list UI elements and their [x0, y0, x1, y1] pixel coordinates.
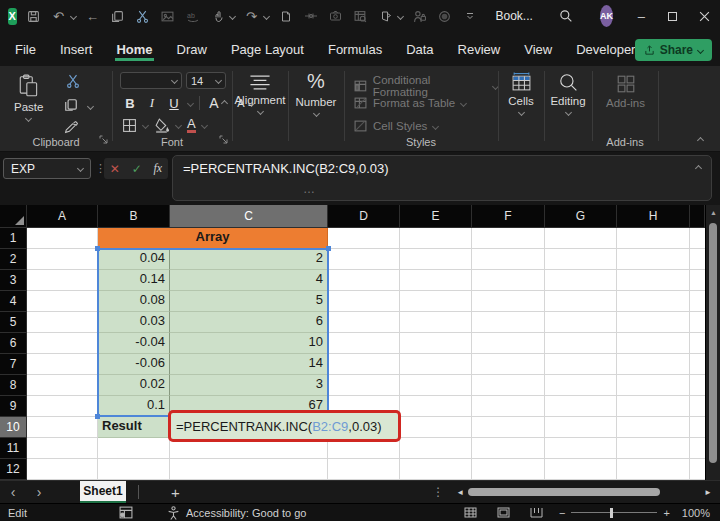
back-arrow-icon[interactable]: ← — [85, 8, 101, 24]
cell[interactable] — [472, 354, 545, 375]
zoom-slider[interactable] — [571, 512, 657, 513]
tab-draw[interactable]: Draw — [176, 34, 208, 65]
hscroll-right-icon[interactable]: ► — [704, 488, 712, 497]
add-sheet-button[interactable]: + — [171, 484, 180, 501]
cell[interactable] — [328, 291, 400, 312]
cell[interactable] — [27, 291, 98, 312]
vertical-scrollbar[interactable]: ▲ — [705, 205, 720, 480]
font-dialog-launcher-icon[interactable] — [219, 130, 228, 148]
hscroll-left-icon[interactable]: ◄ — [456, 488, 464, 497]
alignment-button[interactable]: Alignment — [232, 66, 288, 152]
cell[interactable] — [545, 291, 617, 312]
account-avatar[interactable]: AK — [600, 5, 613, 27]
column-header-e[interactable]: E — [400, 205, 472, 228]
cell[interactable] — [545, 438, 617, 459]
cell[interactable] — [27, 396, 98, 417]
sheet-tab-sheet1[interactable]: Sheet1 — [80, 481, 126, 504]
camera-icon[interactable] — [328, 8, 344, 24]
formula-input[interactable]: =PERCENTRANK.INC(B2:C9,0.03) … — [172, 155, 712, 201]
number-button[interactable]: % Number — [288, 66, 344, 152]
cell-c4[interactable]: 5 — [170, 291, 328, 312]
cell[interactable] — [27, 333, 98, 354]
underline-button[interactable]: U — [166, 96, 182, 111]
cell[interactable] — [400, 228, 472, 249]
italic-button[interactable]: I — [144, 95, 160, 111]
accessibility-icon[interactable] — [167, 506, 180, 520]
cell[interactable] — [472, 375, 545, 396]
format-as-table-button[interactable]: Format as Table — [354, 97, 466, 109]
fill-color-chevron-icon[interactable] — [175, 122, 182, 129]
cell-b8[interactable]: 0.02 — [98, 375, 170, 396]
column-header-c[interactable]: C — [170, 205, 328, 228]
row-header-9[interactable]: 9 — [0, 396, 27, 417]
row-header-4[interactable]: 4 — [0, 291, 27, 312]
column-header-d[interactable]: D — [328, 205, 400, 228]
cancel-icon[interactable]: ✕ — [110, 162, 120, 176]
cell-styles-button[interactable]: Cell Styles — [354, 120, 438, 132]
minimize-button[interactable]: – — [637, 7, 646, 25]
cell[interactable] — [328, 354, 400, 375]
accessibility-status[interactable]: Accessibility: Good to go — [186, 507, 306, 519]
editing-button[interactable]: Editing — [544, 66, 592, 152]
touch-mode-chevron-icon[interactable] — [230, 14, 235, 19]
cell[interactable] — [617, 396, 690, 417]
font-color-button[interactable]: A — [187, 118, 196, 133]
name-box[interactable]: EXP — [3, 158, 91, 179]
touch-mode-icon[interactable] — [210, 8, 226, 24]
close-button[interactable] — [699, 7, 710, 25]
cell[interactable] — [472, 438, 545, 459]
cell[interactable] — [472, 333, 545, 354]
font-size-select[interactable]: 14 — [186, 72, 226, 89]
cell[interactable] — [545, 270, 617, 291]
pin-icon[interactable] — [303, 8, 319, 24]
cell[interactable] — [617, 375, 690, 396]
row-header-5[interactable]: 5 — [0, 312, 27, 333]
undo-icon[interactable]: ↶ — [51, 8, 67, 24]
copy-button[interactable] — [64, 98, 78, 116]
cell[interactable] — [400, 270, 472, 291]
tab-data[interactable]: Data — [405, 34, 434, 65]
cell[interactable] — [27, 417, 98, 438]
insert-function-icon[interactable]: fx — [153, 161, 162, 176]
cell[interactable] — [400, 354, 472, 375]
ribbon-collapse-chevron-icon[interactable] — [697, 137, 704, 144]
tab-file[interactable]: File — [14, 34, 37, 65]
cell-b10-result[interactable]: Result — [98, 417, 170, 438]
cell[interactable] — [328, 312, 400, 333]
clipboard-dialog-launcher-icon[interactable] — [99, 130, 108, 148]
row-header-12[interactable]: 12 — [0, 459, 27, 480]
cell-b7[interactable]: -0.06 — [98, 354, 170, 375]
permissions-icon[interactable] — [412, 8, 428, 24]
column-header-b[interactable]: B — [98, 205, 170, 228]
cell-c3[interactable]: 4 — [170, 270, 328, 291]
cell[interactable] — [545, 417, 617, 438]
cell[interactable] — [328, 333, 400, 354]
borders-chevron-icon[interactable] — [142, 122, 149, 129]
cell[interactable] — [472, 228, 545, 249]
cell[interactable] — [617, 291, 690, 312]
cell[interactable] — [400, 375, 472, 396]
copy-chevron-icon[interactable] — [87, 103, 94, 110]
row-header-3[interactable]: 3 — [0, 270, 27, 291]
cell-c6[interactable]: 10 — [170, 333, 328, 354]
cell[interactable] — [545, 228, 617, 249]
cell[interactable] — [545, 396, 617, 417]
cell[interactable] — [400, 333, 472, 354]
tab-home[interactable]: Home — [115, 34, 153, 65]
cell[interactable] — [545, 249, 617, 270]
cell[interactable] — [472, 417, 545, 438]
share-button[interactable]: Share — [635, 39, 712, 61]
horizontal-scroll-thumb[interactable] — [468, 488, 660, 496]
cell-b2[interactable]: 0.04 — [98, 249, 170, 270]
cell[interactable] — [472, 270, 545, 291]
cell[interactable] — [27, 249, 98, 270]
page-layout-view-icon[interactable] — [497, 507, 510, 518]
macro-record-icon[interactable] — [119, 506, 133, 519]
fill-color-icon[interactable] — [154, 118, 170, 133]
cell[interactable] — [27, 270, 98, 291]
cell[interactable] — [472, 459, 545, 480]
cut-button[interactable] — [66, 74, 80, 92]
cell[interactable] — [545, 312, 617, 333]
horizontal-scrollbar[interactable] — [468, 486, 700, 498]
conditional-formatting-button[interactable]: Conditional Formatting — [354, 74, 498, 98]
